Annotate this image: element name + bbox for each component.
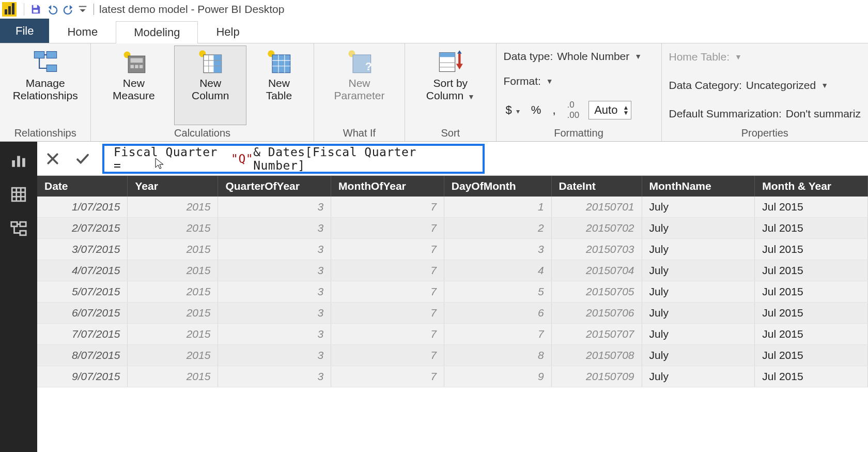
cell[interactable]: July <box>642 366 755 387</box>
cell[interactable]: 3 <box>218 197 331 218</box>
cell[interactable]: 20150705 <box>551 281 642 303</box>
cell[interactable]: July <box>642 218 755 239</box>
decimals-stepper[interactable]: Auto ▲▼ <box>588 101 631 119</box>
cell[interactable]: July <box>642 281 755 303</box>
cell[interactable]: 7 <box>331 345 444 366</box>
tab-home[interactable]: Home <box>49 21 116 43</box>
cell[interactable]: 2015 <box>128 260 218 281</box>
cell[interactable]: 1 <box>444 197 551 218</box>
cell[interactable]: July <box>642 303 755 324</box>
undo-button[interactable] <box>44 1 60 18</box>
new-parameter-button[interactable]: ? New Parameter <box>318 46 400 125</box>
cell[interactable]: 20150701 <box>551 197 642 218</box>
table-row[interactable]: 2/07/2015201537220150702JulyJul 2015 <box>37 218 868 239</box>
table-row[interactable]: 4/07/2015201537420150704JulyJul 2015 <box>37 260 868 281</box>
cell[interactable]: 20150708 <box>551 345 642 366</box>
cell[interactable]: 3 <box>218 366 331 387</box>
table-row[interactable]: 6/07/2015201537620150706JulyJul 2015 <box>37 303 868 324</box>
column-header[interactable]: Month & Year <box>755 176 868 197</box>
table-row[interactable]: 9/07/2015201537920150709JulyJul 2015 <box>37 366 868 387</box>
cell[interactable]: 3 <box>218 281 331 303</box>
cell[interactable]: 2015 <box>128 324 218 345</box>
cell[interactable]: Jul 2015 <box>755 218 868 239</box>
cell[interactable]: Jul 2015 <box>755 239 868 260</box>
cell[interactable]: 2/07/2015 <box>37 218 128 239</box>
cell[interactable]: Jul 2015 <box>755 303 868 324</box>
new-measure-button[interactable]: New Measure <box>95 46 172 125</box>
table-row[interactable]: 3/07/2015201537320150703JulyJul 2015 <box>37 239 868 260</box>
cell[interactable]: 2015 <box>128 197 218 218</box>
new-column-button[interactable]: New Column <box>174 46 246 125</box>
tab-file[interactable]: File <box>0 19 49 43</box>
cell[interactable]: 2015 <box>128 345 218 366</box>
cell[interactable]: 2015 <box>128 303 218 324</box>
cell[interactable]: Jul 2015 <box>755 324 868 345</box>
cell[interactable]: 7 <box>331 303 444 324</box>
cell[interactable]: July <box>642 345 755 366</box>
cell[interactable]: 5 <box>444 281 551 303</box>
cell[interactable]: Jul 2015 <box>755 197 868 218</box>
cell[interactable]: 7 <box>331 218 444 239</box>
data-view-button[interactable] <box>7 183 30 206</box>
cell[interactable]: 20150707 <box>551 324 642 345</box>
cell[interactable]: 7 <box>331 260 444 281</box>
cell[interactable]: 7 <box>331 366 444 387</box>
table-row[interactable]: 1/07/2015201537120150701JulyJul 2015 <box>37 197 868 218</box>
model-view-button[interactable] <box>7 217 30 240</box>
manage-relationships-button[interactable]: Manage Relationships <box>4 46 86 125</box>
cell[interactable]: 20150704 <box>551 260 642 281</box>
cell[interactable]: 3 <box>444 239 551 260</box>
cell[interactable]: 2015 <box>128 239 218 260</box>
cell[interactable]: Jul 2015 <box>755 260 868 281</box>
cell[interactable]: 8 <box>444 345 551 366</box>
cell[interactable]: 20150709 <box>551 366 642 387</box>
home-table-dropdown[interactable]: Home Table: ▼ <box>669 51 861 63</box>
sort-by-column-button[interactable]: Sort by Column ▼ <box>409 46 491 125</box>
column-header[interactable]: DayOfMonth <box>444 176 551 197</box>
cell[interactable]: 20150702 <box>551 218 642 239</box>
cell[interactable]: 3 <box>218 303 331 324</box>
cell[interactable]: 1/07/2015 <box>37 197 128 218</box>
tab-help[interactable]: Help <box>198 21 257 43</box>
cell[interactable]: 3 <box>218 324 331 345</box>
cell[interactable]: Jul 2015 <box>755 345 868 366</box>
column-header[interactable]: DateInt <box>551 176 642 197</box>
column-header[interactable]: MonthName <box>642 176 755 197</box>
column-header[interactable]: Date <box>37 176 128 197</box>
tab-modeling[interactable]: Modeling <box>116 21 198 43</box>
cell[interactable]: 3 <box>218 260 331 281</box>
table-row[interactable]: 7/07/2015201537720150707JulyJul 2015 <box>37 324 868 345</box>
cell[interactable]: 7 <box>331 197 444 218</box>
formula-input[interactable]: Fiscal Quarter = "Q" & Dates[Fiscal Quar… <box>102 144 485 174</box>
cell[interactable]: 7 <box>331 281 444 303</box>
cell[interactable]: 3 <box>218 239 331 260</box>
cell[interactable]: 20150706 <box>551 303 642 324</box>
cancel-formula-button[interactable] <box>42 148 63 169</box>
cell[interactable]: 6/07/2015 <box>37 303 128 324</box>
cell[interactable]: 7/07/2015 <box>37 324 128 345</box>
commit-formula-button[interactable] <box>72 148 93 169</box>
cell[interactable]: July <box>642 197 755 218</box>
cell[interactable]: 2015 <box>128 218 218 239</box>
cell[interactable]: 6 <box>444 303 551 324</box>
default-summarization-dropdown[interactable]: Default Summarization: Don't summariz <box>669 108 861 120</box>
cell[interactable]: July <box>642 239 755 260</box>
percentage-button[interactable]: % <box>529 103 544 117</box>
cell[interactable]: 9 <box>444 366 551 387</box>
format-dropdown[interactable]: Format: ▼ <box>504 75 642 87</box>
cell[interactable]: July <box>642 324 755 345</box>
cell[interactable]: 5/07/2015 <box>37 281 128 303</box>
column-header[interactable]: Year <box>128 176 218 197</box>
cell[interactable]: 7 <box>444 324 551 345</box>
cell[interactable]: 4/07/2015 <box>37 260 128 281</box>
redo-button[interactable] <box>60 1 77 18</box>
table-row[interactable]: 8/07/2015201537820150708JulyJul 2015 <box>37 345 868 366</box>
data-category-dropdown[interactable]: Data Category: Uncategorized ▼ <box>669 79 861 92</box>
currency-button[interactable]: $ ▾ <box>504 103 522 117</box>
cell[interactable]: 3 <box>218 345 331 366</box>
cell[interactable]: 4 <box>444 260 551 281</box>
table-row[interactable]: 5/07/2015201537520150705JulyJul 2015 <box>37 281 868 303</box>
cell[interactable]: Jul 2015 <box>755 281 868 303</box>
data-type-dropdown[interactable]: Data type: Whole Number ▼ <box>504 50 642 63</box>
cell[interactable]: 7 <box>331 324 444 345</box>
